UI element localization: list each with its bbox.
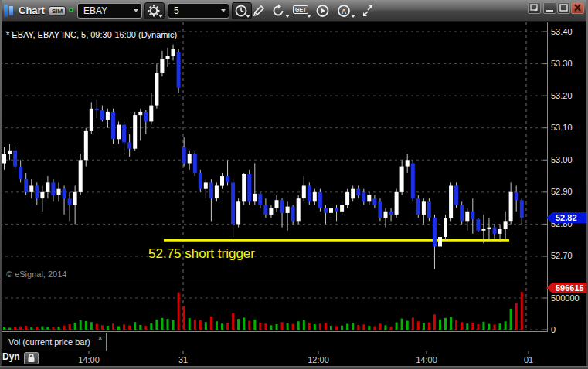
volume-axis-zero-label: 0 bbox=[551, 325, 556, 334]
auto-trade-button[interactable]: A bbox=[337, 4, 355, 18]
volume-axis-max-label: 500000 bbox=[551, 293, 580, 303]
time-template-button[interactable] bbox=[232, 2, 252, 19]
minimize-button[interactable] bbox=[543, 2, 556, 14]
tab-volume-label: Vol (current price bar) bbox=[8, 337, 90, 347]
chevron-down-icon bbox=[351, 15, 355, 18]
chevron-down-icon bbox=[221, 9, 226, 12]
close-button[interactable] bbox=[571, 2, 584, 14]
price-axis-label: 53.00 bbox=[551, 155, 573, 164]
last-volume-value: 596615 bbox=[552, 283, 586, 293]
time-axis-label: 31 bbox=[178, 355, 188, 364]
titlebar: Chart SIM EBAY 5 bbox=[0, 0, 588, 22]
time-axis-label: 14:00 bbox=[78, 355, 100, 364]
letter-a-circle-icon: A bbox=[337, 4, 352, 18]
window-title: Chart bbox=[19, 0, 45, 21]
close-icon[interactable]: × bbox=[98, 335, 102, 342]
sim-mode-badge: SIM bbox=[49, 6, 66, 16]
get-icon: GET bbox=[293, 5, 308, 14]
study-tab-strip: Vol (current price bar) × bbox=[0, 332, 548, 351]
circular-arrow-icon bbox=[271, 4, 287, 18]
close-icon bbox=[573, 4, 582, 12]
window-controls bbox=[528, 2, 586, 15]
time-axis-label: 14:00 bbox=[416, 355, 437, 364]
chevron-down-icon bbox=[158, 15, 163, 18]
maximize-button[interactable] bbox=[557, 2, 570, 14]
chart-app-icon bbox=[4, 5, 15, 17]
draw-pencil-icon[interactable] bbox=[252, 4, 267, 18]
chevron-down-icon bbox=[285, 15, 290, 18]
price-axis-label: 53.20 bbox=[551, 91, 573, 100]
interval-value: 5 bbox=[174, 5, 179, 16]
chevron-down-icon bbox=[246, 15, 250, 18]
price-axis-label: 53.30 bbox=[551, 59, 573, 68]
price-axis-label: 52.70 bbox=[551, 251, 573, 260]
price-axis-label: 52.90 bbox=[551, 187, 573, 196]
last-price-value: 52.82 bbox=[552, 212, 586, 223]
time-axis-lock-button[interactable] bbox=[24, 352, 39, 364]
symbol-value: EBAY bbox=[83, 5, 107, 16]
tab-volume-study[interactable]: Vol (current price bar) × bbox=[2, 333, 107, 351]
badge-arrow-icon bbox=[546, 212, 552, 223]
reload-menu-button[interactable] bbox=[271, 4, 290, 18]
play-replay-icon[interactable] bbox=[315, 4, 331, 18]
candlestick-chart[interactable] bbox=[0, 0, 588, 369]
chart-window: Chart SIM EBAY 5 bbox=[0, 0, 588, 369]
popout-icon bbox=[530, 4, 539, 12]
dynamic-session-label: Dyn bbox=[2, 351, 20, 362]
chevron-down-icon bbox=[134, 9, 138, 12]
minimize-icon bbox=[546, 5, 554, 12]
chart-symbol-header: * EBAY, EBAY INC, 5, 09:30-16:00 (Dynami… bbox=[6, 30, 177, 39]
maximize-icon bbox=[559, 4, 568, 12]
symbol-combo[interactable]: EBAY bbox=[77, 3, 142, 19]
price-axis-label: 53.40 bbox=[551, 27, 573, 36]
window-border bbox=[0, 0, 2, 369]
interval-combo[interactable]: 5 bbox=[168, 3, 229, 19]
window-border bbox=[0, 366, 588, 369]
lock-icon bbox=[25, 353, 38, 364]
copyright-label: © eSignal, 2014 bbox=[6, 269, 66, 279]
chevron-down-icon bbox=[307, 15, 311, 18]
symbol-settings-button[interactable] bbox=[144, 2, 165, 19]
badge-arrow-icon bbox=[546, 283, 552, 293]
time-axis-label: 12:00 bbox=[308, 355, 329, 364]
get-data-button[interactable]: GET bbox=[293, 4, 313, 18]
time-axis-label: 01 bbox=[524, 355, 533, 364]
trigger-annotation-label[interactable]: 52.75 short trigger bbox=[148, 246, 255, 262]
transfer-arrows-icon[interactable] bbox=[360, 4, 376, 18]
popout-window-button[interactable] bbox=[528, 2, 541, 14]
connection-status-icon bbox=[69, 8, 73, 12]
svg-text:A: A bbox=[342, 8, 347, 15]
price-axis-label: 53.10 bbox=[551, 123, 573, 132]
